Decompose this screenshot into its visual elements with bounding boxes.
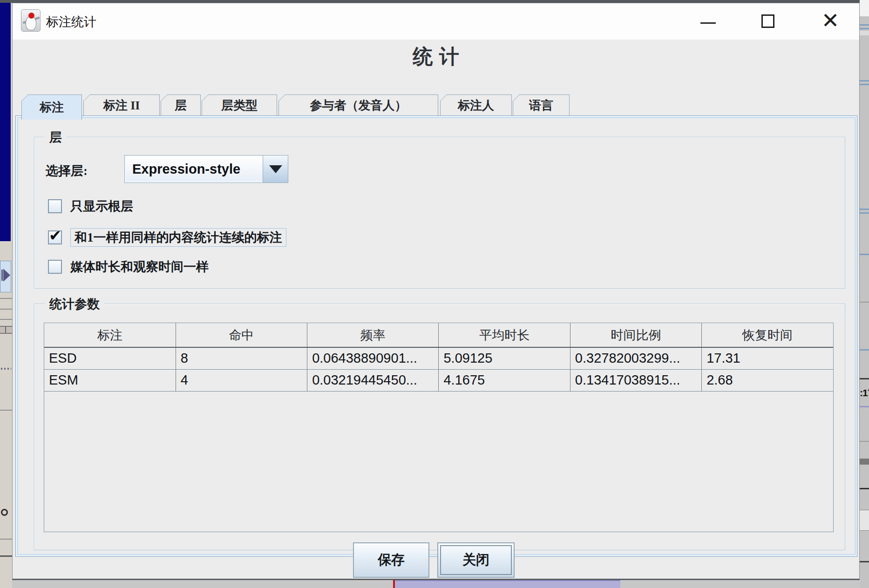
checkbox-row-2[interactable]: ✔和1一样用同样的内容统计连续的标注	[48, 228, 286, 247]
divider	[0, 309, 12, 310]
column-header[interactable]: 标注	[44, 323, 176, 347]
play-button[interactable]	[0, 261, 11, 292]
statistics-dialog: 标注统计 ✕ 统计 标注标注 II层层类型参与者（发音人）标注人语言 层 选择层…	[12, 3, 860, 580]
column-header[interactable]: 平均时长	[439, 323, 570, 347]
table-header-row: 标注命中频率平均时长时间比例恢复时间	[44, 323, 833, 347]
tab-4[interactable]: 层类型	[202, 95, 277, 116]
statistics-table: 标注命中频率平均时长时间比例恢复时间 ESD80.06438890901...5…	[44, 323, 833, 392]
scrollbar-thumb-edge	[5, 327, 6, 333]
statistics-group-title: 统计参数	[45, 296, 104, 312]
tick-marks	[1, 368, 11, 370]
checkbox-unchecked-icon[interactable]	[48, 199, 62, 213]
tab-label: 标注 II	[84, 95, 159, 116]
save-button[interactable]: 保存	[353, 542, 429, 578]
table-cell: 4	[176, 369, 307, 391]
bg-line	[860, 209, 869, 210]
minimize-icon[interactable]	[700, 22, 716, 24]
divider	[0, 555, 12, 557]
statistics-table-viewport[interactable]: 标注命中频率平均时长时间比例恢复时间 ESD80.06438890901...5…	[44, 323, 834, 532]
divider	[0, 319, 12, 320]
tab-label: 层类型	[202, 95, 277, 116]
table-row[interactable]: ESD80.06438890901...5.091250.32782003299…	[44, 347, 833, 369]
checkbox-unchecked-icon[interactable]	[48, 260, 62, 274]
bg-line	[860, 80, 869, 81]
checkbox-checked-icon[interactable]: ✔	[48, 230, 62, 244]
tab-6[interactable]: 标注人	[440, 95, 512, 116]
bg-line	[860, 406, 869, 407]
checkbox-row-3[interactable]: 媒体时长和观察时间一样	[48, 258, 209, 275]
timeline-time-label: :17	[860, 387, 869, 399]
tab-7[interactable]: 语言	[513, 95, 570, 116]
checkbox-label: 只显示根层	[70, 198, 133, 215]
bg-band	[860, 459, 869, 465]
scrollbar-fragment[interactable]	[0, 326, 12, 334]
java-app-icon	[21, 9, 41, 32]
window-title: 标注统计	[46, 14, 96, 30]
bg-line	[860, 302, 869, 303]
table-cell: 0.06438890901...	[307, 347, 439, 369]
layer-combobox-value: Expression-style	[125, 155, 263, 182]
play-icon-triangle	[3, 269, 10, 282]
bg-line	[860, 84, 869, 85]
background-right-sliver: :17	[860, 0, 869, 588]
bg-row	[860, 0, 869, 16]
column-header[interactable]: 恢复时间	[702, 323, 833, 347]
table-cell: 2.68	[702, 369, 833, 391]
maximize-icon[interactable]	[761, 14, 774, 28]
tab-3[interactable]: 层	[161, 95, 201, 116]
timeline-crosshair	[393, 580, 395, 588]
checkbox-row-1[interactable]: 只显示根层	[48, 198, 133, 215]
statistics-group-box: 统计参数 标注命中频率平均时长时间比例恢复时间 ESD80.0643889090…	[34, 304, 845, 550]
table-cell: 17.31	[702, 347, 833, 369]
combobox-dropdown-button[interactable]	[263, 155, 288, 182]
column-header[interactable]: 命中	[176, 323, 307, 347]
table-row[interactable]: ESM40.03219445450...4.16750.13417038915.…	[44, 369, 833, 391]
tab-label: 参与者（发音人）	[279, 95, 438, 116]
tab-2[interactable]: 标注 II	[83, 95, 160, 116]
background-video-area	[0, 0, 11, 241]
table-cell: 8	[176, 347, 307, 369]
title-bar[interactable]: 标注统计 ✕	[13, 3, 859, 40]
divider	[0, 410, 12, 411]
close-button[interactable]: 关闭	[437, 542, 515, 578]
column-header[interactable]: 频率	[307, 323, 439, 347]
check-mark-icon: ✔	[49, 227, 61, 244]
bg-line	[860, 488, 869, 489]
layer-group-title: 层	[45, 129, 67, 146]
bg-line	[860, 28, 869, 29]
divider	[0, 539, 12, 540]
table-cell: ESM	[44, 369, 176, 391]
bg-line	[860, 212, 869, 214]
bg-line	[860, 254, 869, 255]
background-left-sliver	[0, 0, 12, 588]
table-cell: 4.1675	[439, 369, 570, 391]
layer-group-box: 层 选择层: Expression-style 只显示根层✔和1一样用同样的内容…	[34, 137, 845, 289]
tab-5[interactable]: 参与者（发音人）	[278, 95, 438, 116]
layer-combobox[interactable]: Expression-style	[124, 155, 288, 183]
tab-label: 层	[161, 95, 200, 116]
table-cell: 0.13417038915...	[570, 369, 701, 391]
select-layer-label: 选择层:	[46, 162, 88, 179]
tab-label: 语言	[513, 95, 569, 116]
table-cell: 0.32782003299...	[570, 347, 701, 369]
table-body: ESD80.06438890901...5.091250.32782003299…	[44, 347, 833, 391]
duke-icon-nose	[28, 13, 34, 19]
bg-row	[860, 510, 869, 531]
tab-label: 标注	[22, 95, 81, 120]
circle-icon	[1, 509, 8, 516]
divider	[0, 298, 12, 299]
bg-line	[860, 561, 869, 562]
bg-line	[860, 378, 869, 379]
checkbox-label: 媒体时长和观察时间一样	[70, 258, 209, 275]
column-header[interactable]: 时间比例	[570, 323, 701, 347]
bg-line	[860, 441, 869, 442]
tab-label: 标注人	[441, 95, 511, 116]
dialog-heading: 统计	[13, 43, 859, 70]
close-icon[interactable]: ✕	[819, 8, 842, 33]
table-cell: ESD	[44, 347, 176, 369]
tab-1[interactable]: 标注	[21, 95, 82, 120]
table-cell: 5.09125	[439, 347, 570, 369]
bg-row	[860, 31, 869, 35]
timeline-selection-fragment	[395, 580, 620, 588]
table-cell: 0.03219445450...	[307, 369, 439, 391]
